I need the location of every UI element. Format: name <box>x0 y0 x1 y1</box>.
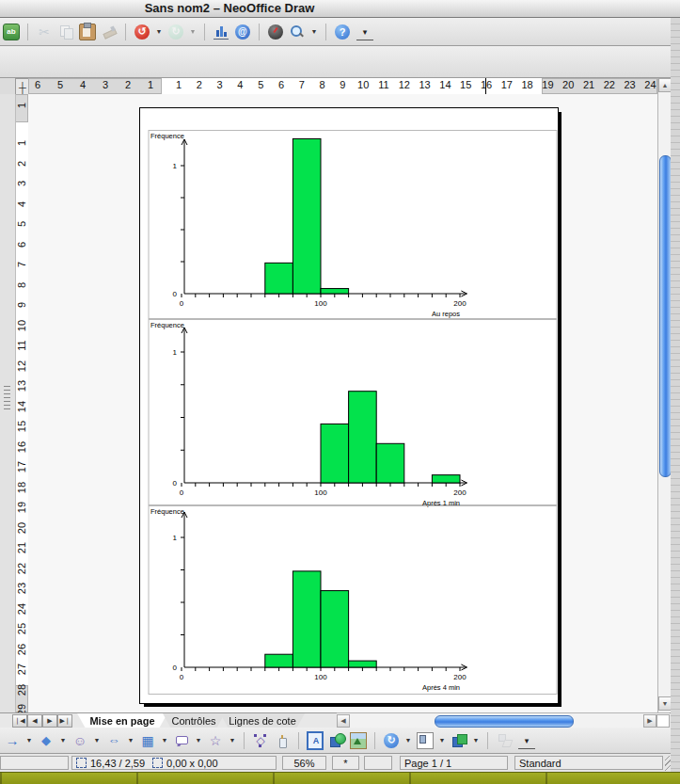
vertical-ruler[interactable]: 1123456789101112131415161718192021222324… <box>15 94 29 712</box>
next-page-icon[interactable]: ▶ <box>42 714 57 728</box>
dropdown-caret-icon[interactable]: ▼ <box>25 737 33 744</box>
zoom-icon[interactable] <box>289 24 306 40</box>
drawing-canvas[interactable]: Fréquence010100200Au reposFréquence01010… <box>28 94 657 712</box>
histogram-bar[interactable] <box>265 263 293 294</box>
scroll-down-icon[interactable]: ▼ <box>658 696 672 711</box>
gluepoints-icon[interactable] <box>274 732 291 749</box>
dropdown-caret-icon[interactable]: ▼ <box>189 28 197 35</box>
vruler-number: 7 <box>16 254 27 275</box>
page-indicator[interactable]: Page 1 / 1 <box>400 756 508 770</box>
spellcheck-glyph <box>3 24 20 40</box>
style-name: Standard <box>519 758 561 769</box>
scroll-up-icon[interactable]: ▲ <box>658 78 672 92</box>
svg-text:1: 1 <box>173 348 178 357</box>
chart-apr-s-1-min[interactable]: Fréquence010100200Après 1 min <box>140 319 558 505</box>
toolbar-options-icon[interactable] <box>517 732 534 749</box>
toolbar-options-icon[interactable] <box>356 24 372 40</box>
vruler-number: 11 <box>16 335 27 356</box>
histogram-bar[interactable] <box>293 571 321 667</box>
vertical-scrollbar[interactable]: ▲ ▼ <box>657 78 672 727</box>
help-icon[interactable] <box>334 24 351 40</box>
vruler-number: 22 <box>16 558 27 579</box>
tab-contr-les[interactable]: Contrôles <box>163 713 225 728</box>
redo-icon[interactable] <box>167 24 184 40</box>
dropdown-caret-icon[interactable]: ▼ <box>93 737 101 744</box>
svg-text:Au repos: Au repos <box>432 310 460 318</box>
histogram-bar[interactable] <box>349 392 377 483</box>
page-style[interactable]: Standard <box>514 756 663 770</box>
table-icon[interactable] <box>139 732 156 749</box>
dropdown-caret-icon[interactable]: ▼ <box>127 737 134 744</box>
double-arrow-icon[interactable] <box>105 732 122 749</box>
cut-icon[interactable] <box>36 24 53 40</box>
arrange-icon[interactable] <box>451 732 467 749</box>
vruler-number: 15 <box>16 416 27 437</box>
copy-icon[interactable] <box>57 24 74 40</box>
dropdown-caret-icon[interactable]: ▼ <box>59 737 67 744</box>
dropdown-caret-icon[interactable]: ▼ <box>195 737 202 744</box>
splitter-grip[interactable] <box>4 386 10 410</box>
histogram-bar[interactable] <box>321 591 349 667</box>
scroll-left-icon[interactable]: ◀ <box>337 714 350 728</box>
histogram-svg: Fréquence010100200Au repos <box>140 130 558 319</box>
histogram-bar[interactable] <box>376 443 404 483</box>
histogram-bar[interactable] <box>349 661 377 667</box>
tab-lignes-de-cote[interactable]: Lignes de cote <box>220 713 305 728</box>
vruler-number: 3 <box>16 173 27 194</box>
drawing-page[interactable]: Fréquence010100200Au reposFréquence01010… <box>139 107 559 704</box>
svg-text:0: 0 <box>180 488 184 497</box>
callout-icon[interactable] <box>173 732 190 749</box>
dropdown-caret-icon[interactable]: ▼ <box>310 28 318 35</box>
status-position-size[interactable]: 16,43 / 2,59 0,00 x 0,00 <box>71 756 277 770</box>
toolbar-separator <box>259 24 260 40</box>
paste-icon[interactable] <box>79 24 96 40</box>
dropdown-caret-icon[interactable]: ▼ <box>229 737 236 744</box>
vruler-number: 16 <box>16 437 27 457</box>
horizontal-scrollbar[interactable]: ◀ ▶ <box>337 712 670 728</box>
title-bar[interactable]: Sans nom2 – NeoOffice Draw <box>0 0 680 18</box>
toolbar-options-glyph <box>356 24 372 40</box>
edit-points-icon[interactable] <box>252 732 269 749</box>
scroll-right-icon[interactable]: ▶ <box>643 714 656 728</box>
arrow-icon[interactable] <box>4 732 21 749</box>
shapes-icon[interactable] <box>328 732 345 749</box>
horizontal-scroll-thumb[interactable] <box>435 715 574 728</box>
histogram-bar[interactable] <box>293 138 321 294</box>
edit-points-glyph <box>253 733 268 748</box>
histogram-bar[interactable] <box>321 289 349 294</box>
extrusion-icon[interactable] <box>496 732 513 749</box>
tab-mise-en-page[interactable]: Mise en page <box>77 713 167 728</box>
undo-icon[interactable] <box>134 24 150 40</box>
dropdown-caret-icon[interactable]: ▼ <box>404 737 412 744</box>
dropdown-caret-icon[interactable]: ▼ <box>155 28 163 35</box>
histogram-bar[interactable] <box>265 654 293 667</box>
chart-apr-s-4-min[interactable]: Fréquence010100200Après 4 min <box>140 505 558 695</box>
hruler-number: 6 <box>272 79 291 90</box>
image-icon[interactable] <box>350 732 367 749</box>
spellcheck-icon[interactable] <box>3 24 20 40</box>
last-page-icon[interactable]: ▶❘ <box>57 714 72 728</box>
previous-page-icon[interactable]: ◀ <box>27 714 42 728</box>
horizontal-ruler[interactable]: 6543211234567891011121314151617181920212… <box>28 78 657 95</box>
chart-icon[interactable] <box>213 24 229 40</box>
diamond-icon[interactable] <box>38 732 55 749</box>
smiley-icon[interactable] <box>71 732 88 749</box>
histogram-bar[interactable] <box>432 475 460 483</box>
dropdown-caret-icon[interactable]: ▼ <box>472 737 480 744</box>
gallery-at-icon[interactable] <box>234 24 251 40</box>
first-page-icon[interactable]: ❘◀ <box>12 714 27 728</box>
fontwork-icon[interactable] <box>307 732 324 749</box>
zoom-level[interactable]: 56% <box>282 756 326 770</box>
chart-au-repos[interactable]: Fréquence010100200Au repos <box>140 130 558 319</box>
hruler-number: 7 <box>293 79 311 90</box>
navigator-icon[interactable] <box>267 24 284 40</box>
rotate-icon[interactable] <box>383 732 400 749</box>
cursor-position: 16,43 / 2,59 <box>90 758 145 769</box>
star-icon[interactable] <box>207 732 224 749</box>
dropdown-caret-icon[interactable]: ▼ <box>438 737 446 744</box>
histogram-bar[interactable] <box>321 424 349 483</box>
vruler-number: 6 <box>16 234 27 255</box>
paintbrush-icon[interactable] <box>101 24 118 40</box>
dropdown-caret-icon[interactable]: ▼ <box>161 737 168 744</box>
alignment-icon[interactable] <box>417 732 434 749</box>
